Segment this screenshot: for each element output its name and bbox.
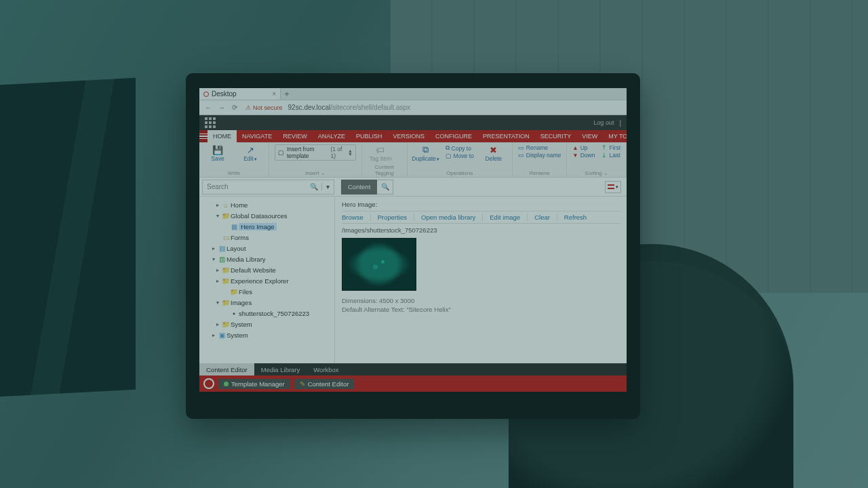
header-divider: |: [619, 119, 621, 127]
content-tab[interactable]: Content: [341, 180, 377, 195]
tree-hero-image[interactable]: ▦Hero Image: [199, 221, 334, 232]
tab-title: Desktop: [212, 90, 237, 98]
delete-button[interactable]: ✖Delete: [481, 144, 507, 162]
search-dropdown[interactable]: ▾: [321, 183, 334, 190]
tab-workbox[interactable]: Workbox: [307, 363, 345, 375]
tree-experience-explorer[interactable]: ▸📁Experience Explorer: [199, 275, 334, 286]
folder-icon: 📁: [221, 277, 231, 285]
bottom-tabs: Content Editor Media Library Workbox: [199, 363, 627, 375]
page-spinner[interactable]: ▲▼: [348, 149, 353, 156]
display-name-button[interactable]: ▭Display name: [518, 152, 561, 159]
tree-media-library[interactable]: ▾▥Media Library: [199, 253, 334, 264]
tab-media-library[interactable]: Media Library: [254, 363, 307, 375]
group-tagging: Content Tagging: [368, 164, 401, 177]
item-icon: ▦: [229, 223, 239, 230]
logout-link[interactable]: Log out: [593, 119, 614, 126]
hamburger-icon[interactable]: [199, 130, 208, 142]
displayname-icon: ▭: [518, 152, 524, 159]
layout-icon: ▤: [217, 245, 226, 252]
tab-versions[interactable]: VERSIONS: [388, 130, 431, 142]
image-meta: Dimensions: 4500 x 3000 Default Alternat…: [342, 296, 620, 314]
tree-home[interactable]: ▸⌂Home: [199, 199, 334, 210]
properties-link[interactable]: Properties: [370, 214, 407, 221]
copy-to-button[interactable]: ⧉Copy to: [446, 144, 474, 152]
image-icon: ▪: [229, 310, 239, 317]
language-picker[interactable]: ▾: [605, 181, 621, 193]
save-button[interactable]: 💾Save: [205, 144, 231, 162]
edit-image-link[interactable]: Edit image: [482, 214, 520, 221]
close-tab-icon[interactable]: ×: [272, 90, 276, 98]
back-button[interactable]: ←: [205, 104, 213, 111]
tree-search-input[interactable]: Search 🔍 ▾: [202, 180, 334, 195]
tab-content-editor[interactable]: Content Editor: [199, 363, 254, 375]
edit-button[interactable]: ↗Edit▾: [237, 144, 263, 162]
refresh-link[interactable]: Refresh: [557, 214, 587, 221]
duplicate-button[interactable]: ⧉Duplicate▾: [413, 144, 439, 162]
tab-publish[interactable]: PUBLISH: [351, 130, 388, 142]
image-actions: Browse Properties Open media library Edi…: [342, 211, 620, 224]
tab-view[interactable]: VIEW: [576, 130, 603, 142]
app-footer: Template Manager ✎Content Editor: [199, 375, 627, 392]
last-icon: ⤓: [601, 152, 607, 159]
rename-button[interactable]: ▭Rename: [518, 144, 561, 151]
folder-icon: 📁: [229, 288, 239, 296]
sort-down-button[interactable]: ▼Down: [572, 152, 595, 159]
open-media-library-link[interactable]: Open media library: [414, 214, 475, 221]
tree-system-root[interactable]: ▸▣System: [199, 329, 334, 340]
rename-icon: ▭: [518, 144, 524, 151]
tree-forms[interactable]: ▭Forms: [199, 232, 334, 243]
browse-link[interactable]: Browse: [342, 214, 363, 221]
launchpad-icon[interactable]: [205, 117, 216, 128]
new-tab-button[interactable]: +: [281, 88, 293, 100]
sort-first-button[interactable]: ⤒First: [601, 144, 620, 151]
template-manager-chip[interactable]: Template Manager: [218, 379, 290, 389]
template-icon: ▢: [278, 149, 284, 156]
reload-button[interactable]: ⟳: [232, 104, 240, 111]
tree-image-shutterstock[interactable]: ▪shutterstock_750726223: [199, 308, 334, 319]
sitecore-logo-icon[interactable]: [203, 378, 214, 389]
content-search-button[interactable]: 🔍: [377, 180, 393, 195]
sort-up-button[interactable]: ▲Up: [572, 144, 595, 151]
tree-system[interactable]: ▸📁System: [199, 319, 334, 329]
clear-link[interactable]: Clear: [527, 214, 550, 221]
browser-tab[interactable]: Desktop ×: [199, 88, 281, 100]
forward-button[interactable]: →: [218, 104, 226, 111]
image-thumbnail[interactable]: [342, 238, 416, 291]
content-editor-chip[interactable]: ✎Content Editor: [294, 379, 355, 389]
tab-review[interactable]: REVIEW: [277, 130, 313, 142]
folder-icon: 📁: [221, 299, 231, 306]
tab-mytoolbar[interactable]: MY TOOLBAR: [603, 130, 627, 142]
sort-last-button[interactable]: ⤓Last: [601, 152, 620, 159]
tree-files[interactable]: 📁Files: [199, 286, 334, 297]
search-icon[interactable]: 🔍: [307, 183, 321, 190]
browser-tabbar: Desktop × +: [199, 88, 627, 100]
monitor-bezel: Desktop × + ← → ⟳ Not secure 92sc.dev.lo…: [186, 73, 640, 419]
address-bar: ← → ⟳ Not secure 92sc.dev.local/sitecore…: [199, 100, 627, 115]
url-field[interactable]: 92sc.dev.local/sitecore/shell/default.as…: [288, 104, 410, 111]
not-secure-badge[interactable]: Not secure: [245, 104, 283, 111]
move-icon: ▢: [446, 152, 452, 159]
tab-navigate[interactable]: NAVIGATE: [237, 130, 277, 142]
media-icon: ▥: [217, 256, 226, 263]
tab-security[interactable]: SECURITY: [535, 130, 577, 142]
forms-icon: ▭: [221, 234, 231, 241]
tag-item-button: 🏷Tag Item: [368, 144, 393, 162]
folder-icon: 📁: [221, 212, 231, 220]
content-tree[interactable]: ▸⌂Home ▾📁Global Datasources ▦Hero Image …: [199, 197, 335, 363]
image-path: /Images/shutterstock_750726223: [342, 226, 620, 234]
tab-presentation[interactable]: PRESENTATION: [477, 130, 535, 142]
tree-images[interactable]: ▾📁Images: [199, 297, 334, 308]
tab-home[interactable]: HOME: [208, 130, 237, 142]
tree-global[interactable]: ▾📁Global Datasources: [199, 210, 334, 221]
tab-analyze[interactable]: ANALYZE: [313, 130, 351, 142]
system-icon: ▣: [217, 331, 226, 339]
copy-icon: ⧉: [446, 144, 450, 152]
move-to-button[interactable]: ▢Move to: [446, 152, 474, 159]
group-rename: Rename: [518, 170, 561, 177]
tree-default-website[interactable]: ▸📁Default Website: [199, 264, 334, 275]
tree-layout[interactable]: ▸▤Layout: [199, 243, 334, 253]
screen: Desktop × + ← → ⟳ Not secure 92sc.dev.lo…: [199, 88, 627, 392]
insert-from-template[interactable]: ▢ Insert from template (1 of 1) ▲▼: [275, 144, 356, 161]
tab-configure[interactable]: CONFIGURE: [430, 130, 477, 142]
save-icon: 💾: [212, 144, 223, 155]
